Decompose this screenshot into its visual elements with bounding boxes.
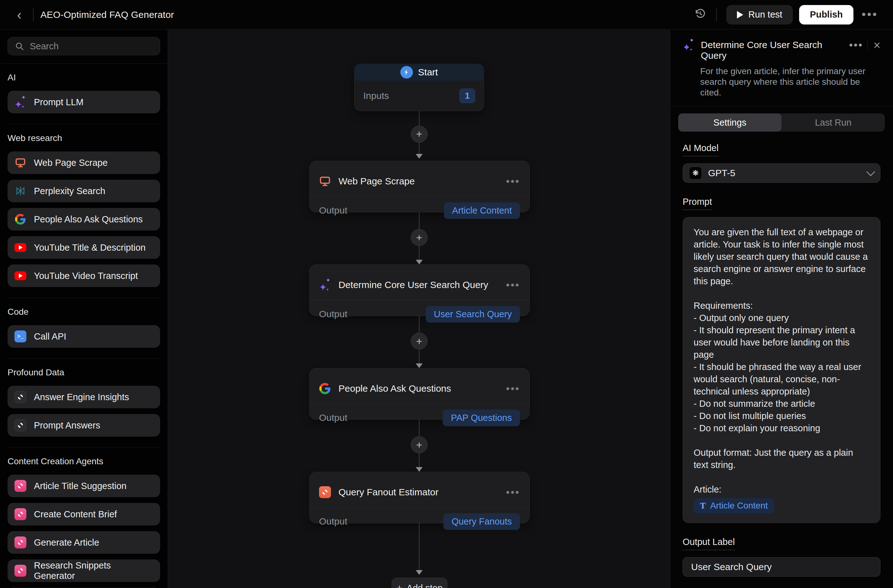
node-header: People Also Ask Questions ••• bbox=[310, 368, 529, 404]
divider bbox=[310, 196, 529, 197]
sidebar-item-perplexity-search[interactable]: Perplexity Search bbox=[8, 180, 160, 202]
prompt-text: You are given the full text of a webpage… bbox=[694, 226, 869, 496]
sidebar: AI ✦✦✦ Prompt LLM Web research Web Page … bbox=[0, 30, 168, 588]
panel-tabs: Settings Last Run bbox=[678, 113, 885, 132]
arrow-down-icon bbox=[416, 570, 422, 575]
lightning-icon bbox=[400, 66, 413, 78]
connector: + bbox=[411, 212, 427, 265]
youtube-icon bbox=[14, 271, 26, 280]
agent-logo-icon bbox=[14, 480, 26, 492]
node-header: Web Page Scrape ••• bbox=[310, 161, 529, 196]
node-people-also-ask-questions[interactable]: People Also Ask Questions ••• Output PAP… bbox=[309, 368, 530, 420]
google-icon bbox=[319, 383, 331, 394]
run-test-label: Run test bbox=[748, 9, 782, 20]
node-header: ✦✦✦ Determine Core User Search Query ••• bbox=[310, 265, 529, 300]
connector: + bbox=[411, 420, 427, 472]
search-section bbox=[0, 30, 168, 64]
section-header: Code bbox=[8, 307, 160, 317]
output-label-input[interactable] bbox=[683, 557, 881, 577]
agent-logo-icon bbox=[14, 565, 26, 577]
run-test-button[interactable]: Run test bbox=[726, 5, 793, 24]
sidebar-item-youtube-video-transcript[interactable]: YouTube Video Transcript bbox=[8, 265, 160, 287]
start-node-inputs-row[interactable]: Inputs 1 bbox=[354, 81, 484, 111]
panel-body: AI Model ❋ GPT-5 Prompt You are given th… bbox=[670, 132, 893, 577]
section-header: Content Creation Agents bbox=[8, 456, 160, 466]
more-options-icon[interactable]: ••• bbox=[859, 8, 881, 21]
sidebar-item-youtube-title-description[interactable]: YouTube Title & Description bbox=[8, 236, 160, 259]
output-label-label: Output Label bbox=[683, 537, 735, 550]
node-menu-icon[interactable]: ••• bbox=[506, 383, 520, 395]
add-node-icon[interactable]: + bbox=[411, 436, 428, 453]
sidebar-item-prompt-llm[interactable]: ✦✦✦ Prompt LLM bbox=[8, 91, 160, 113]
node-web-page-scrape[interactable]: Web Page Scrape ••• Output Article Conte… bbox=[309, 161, 530, 212]
agent-logo-icon bbox=[14, 537, 26, 549]
sidebar-item-people-also-ask[interactable]: People Also Ask Questions bbox=[8, 208, 160, 230]
app: ‹ AEO-Optimized FAQ Generator Run test P… bbox=[0, 0, 893, 588]
arrow-down-icon bbox=[416, 363, 422, 368]
search-box[interactable] bbox=[8, 37, 160, 55]
openai-icon: ❋ bbox=[689, 167, 702, 179]
publish-button[interactable]: Publish bbox=[799, 5, 854, 24]
add-node-icon[interactable]: + bbox=[411, 229, 428, 246]
text-variable-icon: T bbox=[700, 501, 706, 511]
section-header: AI bbox=[8, 72, 160, 83]
play-icon bbox=[737, 11, 743, 18]
node-query-fanout-estimator[interactable]: Query Fanout Estimator ••• Output Query … bbox=[309, 472, 530, 523]
divider bbox=[867, 40, 868, 51]
node-settings-panel: ✦✦✦ Determine Core User Search Query •••… bbox=[670, 30, 893, 588]
output-chip[interactable]: PAP Questions bbox=[443, 410, 520, 426]
search-input[interactable] bbox=[30, 41, 153, 51]
sidebar-item-answer-engine-insights[interactable]: Answer Engine Insights bbox=[8, 386, 160, 408]
chevron-down-icon bbox=[866, 167, 875, 176]
panel-title: Determine Core User Search Query bbox=[701, 39, 849, 61]
sparkles-icon: ✦✦✦ bbox=[14, 96, 26, 108]
section-web-research: Web research Web Page Scrape bbox=[8, 124, 160, 287]
add-node-icon[interactable]: + bbox=[411, 332, 428, 350]
agent-logo-icon bbox=[319, 486, 331, 498]
close-icon[interactable]: × bbox=[872, 39, 882, 51]
divider bbox=[310, 507, 529, 508]
section-content-creation-agents: Content Creation Agents Article Title Su… bbox=[8, 447, 160, 588]
sidebar-item-create-content-brief[interactable]: Create Content Brief bbox=[8, 503, 160, 525]
plus-icon: + bbox=[396, 582, 402, 588]
tab-settings[interactable]: Settings bbox=[678, 113, 782, 132]
ai-model-select[interactable]: ❋ GPT-5 bbox=[683, 163, 881, 183]
add-node-icon[interactable]: + bbox=[411, 126, 428, 143]
workflow-canvas[interactable]: Start Inputs 1 + Web Page Scrape bbox=[168, 30, 670, 588]
prompt-editor[interactable]: You are given the full text of a webpage… bbox=[683, 217, 881, 523]
panel-menu-icon[interactable]: ••• bbox=[849, 39, 863, 51]
output-chip[interactable]: Article Content bbox=[444, 202, 520, 219]
arrow-down-icon bbox=[416, 467, 422, 472]
back-icon[interactable]: ‹ bbox=[12, 8, 26, 22]
divider bbox=[310, 300, 529, 300]
sidebar-item-generate-article[interactable]: Generate Article bbox=[8, 531, 160, 554]
sidebar-item-call-api[interactable]: >_ Call API bbox=[8, 325, 160, 348]
workflow-title: AEO-Optimized FAQ Generator bbox=[41, 9, 174, 20]
sidebar-item-prompt-answers[interactable]: Prompt Answers bbox=[8, 414, 160, 437]
sparkles-icon: ✦✦✦ bbox=[683, 39, 695, 51]
article-content-variable-chip[interactable]: T Article Content bbox=[694, 498, 774, 513]
youtube-icon bbox=[14, 243, 26, 252]
divider bbox=[33, 9, 34, 21]
search-icon bbox=[15, 41, 24, 51]
sidebar-item-article-title-suggestion[interactable]: Article Title Suggestion bbox=[8, 475, 160, 497]
connector bbox=[411, 523, 427, 575]
arrow-down-icon bbox=[416, 260, 422, 265]
sparkles-icon: ✦✦✦ bbox=[319, 279, 331, 291]
add-step-button[interactable]: + Add step bbox=[392, 577, 448, 588]
sidebar-sections: AI ✦✦✦ Prompt LLM Web research Web Page … bbox=[0, 64, 168, 588]
start-node[interactable]: Start Inputs 1 bbox=[354, 64, 484, 111]
inputs-count-badge: 1 bbox=[459, 89, 475, 103]
node-menu-icon[interactable]: ••• bbox=[506, 486, 520, 498]
sidebar-item-research-snippets-generator[interactable]: Research Snippets Generator bbox=[8, 559, 160, 582]
connector: + bbox=[411, 111, 427, 159]
node-determine-core-user-search-query[interactable]: ✦✦✦ Determine Core User Search Query •••… bbox=[309, 265, 530, 316]
tab-last-run[interactable]: Last Run bbox=[782, 113, 885, 132]
sidebar-item-web-page-scrape[interactable]: Web Page Scrape bbox=[8, 151, 160, 174]
history-icon[interactable] bbox=[691, 8, 709, 22]
node-menu-icon[interactable]: ••• bbox=[506, 279, 520, 291]
output-chip[interactable]: User Search Query bbox=[426, 306, 520, 323]
output-chip[interactable]: Query Fanouts bbox=[443, 513, 520, 530]
node-menu-icon[interactable]: ••• bbox=[506, 175, 520, 188]
profound-logo-icon bbox=[14, 419, 26, 431]
